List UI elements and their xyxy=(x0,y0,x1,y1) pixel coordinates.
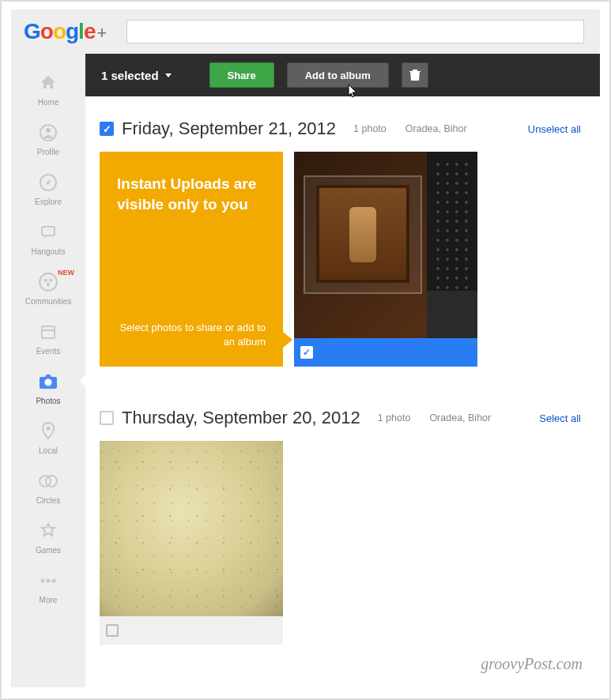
calendar-icon xyxy=(36,320,60,344)
svg-point-11 xyxy=(45,379,52,386)
communities-icon xyxy=(36,270,60,294)
group-photo-count: 1 photo xyxy=(353,123,387,134)
svg-point-7 xyxy=(47,283,50,286)
info-tile-subtext: Select photos to share or add to an albu… xyxy=(117,321,266,352)
main-content: 1 selected Share Add to album ✓ xyxy=(85,54,600,687)
photo-checkbox[interactable] xyxy=(106,624,119,637)
sidebar: Home Profile Explore xyxy=(11,54,85,687)
google-plus-logo[interactable]: Google+ xyxy=(24,19,106,44)
compass-icon xyxy=(36,171,60,194)
sidebar-item-communities[interactable]: NEW Communities xyxy=(11,262,85,312)
photo-checkbox[interactable]: ✓ xyxy=(300,346,313,359)
photo-thumbnail xyxy=(294,152,477,338)
share-button[interactable]: Share xyxy=(209,62,274,88)
selection-count-dropdown[interactable]: 1 selected xyxy=(101,69,172,82)
home-icon xyxy=(36,71,60,95)
svg-point-6 xyxy=(49,279,52,282)
search-input[interactable] xyxy=(126,20,584,43)
pin-icon xyxy=(36,420,60,443)
group-checkbox[interactable]: ✓ xyxy=(100,122,114,136)
svg-point-1 xyxy=(46,128,51,133)
action-bar: 1 selected Share Add to album xyxy=(85,54,600,96)
new-badge: NEW xyxy=(58,269,74,277)
photo-selection-strip: ✓ xyxy=(294,338,477,367)
group-photo-count: 1 photo xyxy=(378,412,411,423)
unselect-all-link[interactable]: Unselect all xyxy=(528,123,581,135)
svg-rect-3 xyxy=(42,227,55,235)
svg-point-4 xyxy=(40,273,57,291)
group-location: Oradea, Bihor xyxy=(429,412,491,423)
delete-button[interactable] xyxy=(402,62,428,88)
chat-icon xyxy=(36,220,60,244)
sidebar-item-label: Photos xyxy=(36,397,60,405)
sidebar-item-hangouts[interactable]: Hangouts xyxy=(11,213,85,262)
photo-tile[interactable]: ✓ xyxy=(294,152,477,367)
header-bar: Google+ xyxy=(11,9,600,54)
sidebar-item-local[interactable]: Local xyxy=(11,412,85,461)
selection-count-text: 1 selected xyxy=(101,69,159,82)
photo-thumbnail xyxy=(100,441,283,616)
svg-point-15 xyxy=(41,579,45,583)
photo-selection-strip xyxy=(100,616,283,645)
profile-icon xyxy=(36,121,60,145)
sidebar-item-label: Events xyxy=(36,347,61,356)
more-icon xyxy=(36,569,60,593)
group-header: Thursday, September 20, 2012 1 photo Ora… xyxy=(100,403,586,441)
circles-icon xyxy=(36,469,60,493)
group-header: ✓ Friday, September 21, 2012 1 photo Ora… xyxy=(100,114,586,152)
svg-point-16 xyxy=(47,579,51,583)
sidebar-item-explore[interactable]: Explore xyxy=(11,163,85,213)
sidebar-item-label: Local xyxy=(39,446,58,455)
group-date-title: Friday, September 21, 2012 xyxy=(122,119,336,139)
svg-point-12 xyxy=(47,427,51,431)
caret-down-icon xyxy=(165,73,172,77)
sidebar-item-events[interactable]: Events xyxy=(11,312,85,362)
sidebar-item-circles[interactable]: Circles xyxy=(11,461,85,511)
instant-upload-info-tile: Instant Uploads are visible only to you … xyxy=(100,152,283,367)
group-date-title: Thursday, September 20, 2012 xyxy=(122,408,360,428)
trash-icon xyxy=(409,69,421,81)
sidebar-item-profile[interactable]: Profile xyxy=(11,113,85,163)
sidebar-item-label: Profile xyxy=(37,148,59,156)
sidebar-item-label: Games xyxy=(36,546,61,555)
svg-point-5 xyxy=(44,279,47,282)
svg-rect-8 xyxy=(42,326,55,338)
photo-tile[interactable] xyxy=(100,441,283,645)
group-location: Oradea, Bihor xyxy=(405,123,467,134)
sidebar-item-more[interactable]: More xyxy=(11,561,85,611)
sidebar-item-label: Communities xyxy=(25,297,71,306)
games-icon xyxy=(36,519,60,543)
sidebar-item-label: Explore xyxy=(35,198,62,206)
add-to-album-button[interactable]: Add to album xyxy=(287,62,389,88)
sidebar-item-label: Home xyxy=(38,98,59,107)
sidebar-item-label: Circles xyxy=(36,496,61,505)
info-tile-headline: Instant Uploads are visible only to you xyxy=(117,174,266,214)
sidebar-item-home[interactable]: Home xyxy=(11,63,85,113)
svg-point-17 xyxy=(52,579,56,583)
camera-icon xyxy=(36,370,60,393)
sidebar-item-label: Hangouts xyxy=(32,247,66,256)
group-checkbox[interactable] xyxy=(100,411,114,425)
sidebar-item-photos[interactable]: Photos xyxy=(11,362,85,412)
select-all-link[interactable]: Select all xyxy=(539,412,581,424)
sidebar-item-games[interactable]: Games xyxy=(11,511,85,561)
sidebar-item-label: More xyxy=(40,596,58,604)
